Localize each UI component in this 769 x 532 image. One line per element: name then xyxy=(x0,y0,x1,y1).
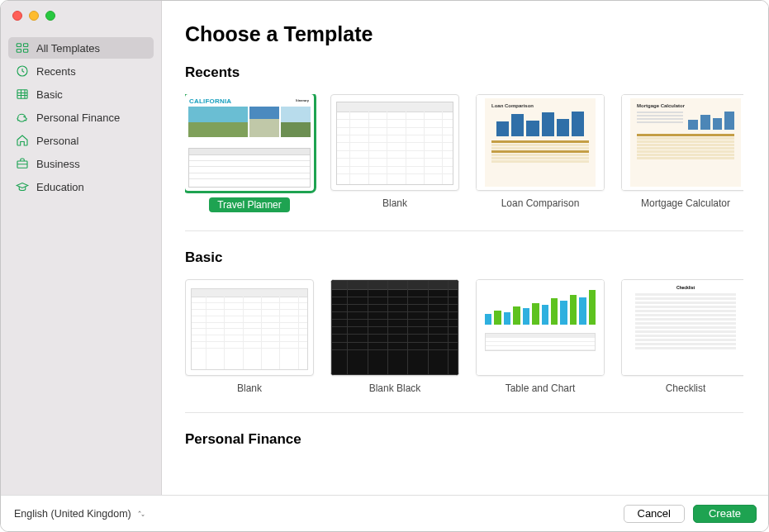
template-label: Mortgage Calculator xyxy=(641,197,730,209)
page-title: Choose a Template xyxy=(185,22,768,46)
sidebar-item-personal-finance[interactable]: Personal Finance xyxy=(8,107,154,128)
sidebar-item-label: Business xyxy=(36,158,80,170)
template-thumbnail: Checklist xyxy=(621,279,743,376)
template-blank-basic[interactable]: Blank xyxy=(185,279,314,394)
svg-rect-1 xyxy=(24,44,28,47)
section-basic: Basic Blank xyxy=(185,249,743,413)
template-table-and-chart[interactable]: Table and Chart xyxy=(476,279,605,394)
sidebar-item-label: Education xyxy=(36,181,84,193)
window-zoom-button[interactable] xyxy=(45,11,55,21)
thumb-inner-title: Mortgage Calculator xyxy=(630,98,741,110)
template-thumbnail: Mortgage Calculator xyxy=(621,94,743,191)
template-thumbnail xyxy=(330,279,459,376)
create-button[interactable]: Create xyxy=(693,505,757,523)
template-thumbnail: Loan Comparison xyxy=(476,94,605,191)
sidebar-item-label: All Templates xyxy=(36,42,100,55)
sidebar: All Templates Recents Basic xyxy=(1,1,162,495)
window-close-button[interactable] xyxy=(12,11,22,21)
template-label: Table and Chart xyxy=(506,382,576,394)
sidebar-item-label: Recents xyxy=(36,65,76,78)
sidebar-item-education[interactable]: Education xyxy=(8,176,154,197)
table-icon xyxy=(15,87,30,102)
svg-rect-5 xyxy=(17,90,27,99)
language-label: English (United Kingdom) xyxy=(14,508,131,520)
template-thumbnail xyxy=(185,279,314,376)
template-mortgage-calculator[interactable]: Mortgage Calculator Mortgage Calculator xyxy=(621,94,743,212)
template-travel-planner[interactable]: CALIFORNIA Itinerary Travel Planner xyxy=(185,94,314,212)
sidebar-item-label: Basic xyxy=(36,88,63,101)
sidebar-item-business[interactable]: Business xyxy=(8,153,154,174)
template-blank[interactable]: Blank xyxy=(330,94,459,212)
section-recents: Recents CALIFORNIA Itinerary xyxy=(185,64,743,231)
template-thumbnail xyxy=(330,94,459,191)
template-checklist[interactable]: Checklist Checklist xyxy=(621,279,743,394)
sidebar-item-label: Personal xyxy=(36,135,78,147)
sidebar-item-all-templates[interactable]: All Templates xyxy=(8,37,154,59)
sidebar-item-recents[interactable]: Recents xyxy=(8,60,154,82)
svg-rect-3 xyxy=(24,50,28,53)
thumb-inner-title: Loan Comparison xyxy=(485,98,596,110)
thumb-inner-title: CALIFORNIA xyxy=(189,97,231,105)
template-label: Loan Comparison xyxy=(501,197,580,209)
window-traffic-lights xyxy=(1,1,161,37)
template-chooser-window: All Templates Recents Basic xyxy=(0,0,769,532)
sidebar-item-personal[interactable]: Personal xyxy=(8,130,154,151)
template-label: Checklist xyxy=(666,382,706,394)
cancel-button[interactable]: Cancel xyxy=(624,505,685,523)
svg-rect-2 xyxy=(17,50,21,53)
window-minimize-button[interactable] xyxy=(29,11,39,21)
sidebar-nav: All Templates Recents Basic xyxy=(1,37,161,199)
piggy-icon xyxy=(15,110,30,125)
template-label: Blank xyxy=(382,197,407,209)
gradcap-icon xyxy=(15,179,30,194)
grid-icon xyxy=(15,40,30,55)
sidebar-item-label: Personal Finance xyxy=(36,112,120,124)
home-icon xyxy=(15,133,30,148)
template-label: Blank xyxy=(237,382,262,394)
language-popup[interactable]: English (United Kingdom) xyxy=(11,508,172,520)
thumb-inner-sub: Itinerary xyxy=(296,98,309,102)
template-thumbnail xyxy=(476,279,605,376)
svg-point-6 xyxy=(24,116,25,117)
bottom-toolbar: English (United Kingdom) Cancel Create xyxy=(1,495,768,531)
template-label: Blank Black xyxy=(369,382,421,394)
sidebar-item-basic[interactable]: Basic xyxy=(8,83,154,105)
template-label: Travel Planner xyxy=(209,197,290,212)
section-personal-finance: Personal Finance xyxy=(185,431,743,479)
main-content: Choose a Template Recents CALIFORNIA Iti… xyxy=(162,1,768,495)
thumb-inner-title: Checklist xyxy=(635,285,736,290)
svg-rect-0 xyxy=(17,44,21,47)
section-header-basic: Basic xyxy=(185,249,743,266)
clock-icon xyxy=(15,64,30,78)
briefcase-icon xyxy=(15,156,30,171)
section-header-recents: Recents xyxy=(185,64,743,81)
template-loan-comparison[interactable]: Loan Comparison Loan Comparison xyxy=(476,94,605,212)
template-blank-black[interactable]: Blank Black xyxy=(330,279,459,394)
template-thumbnail: CALIFORNIA Itinerary xyxy=(185,94,314,191)
section-header-personal-finance: Personal Finance xyxy=(185,431,743,448)
